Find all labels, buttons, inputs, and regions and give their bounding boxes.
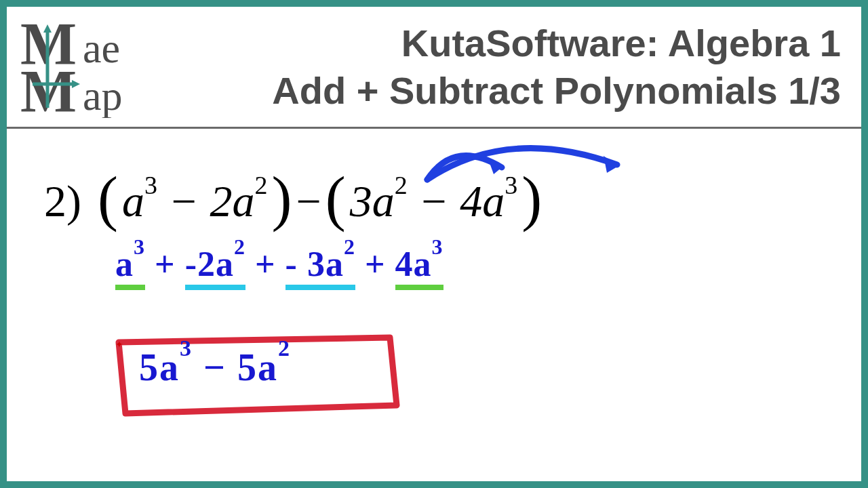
- title: KutaSoftware: Algebra 1 Add + Subtract P…: [176, 7, 861, 127]
- logo-text-2: ap: [83, 73, 123, 118]
- term-4a3: 4a3: [395, 245, 443, 290]
- cursor-icon: ✦: [115, 339, 123, 350]
- close-paren-2: ): [521, 163, 542, 233]
- content-area: 2) ( a3 − 2a2 ) − ( 3a2 − 4a3 ) a3 + -2a…: [7, 129, 861, 479]
- logo: M M ae ap: [7, 7, 176, 127]
- answer-text: 5a3 − 5a2: [139, 346, 291, 389]
- video-frame: M M ae ap KutaSoftware: Algebra 1 Add + …: [0, 0, 868, 488]
- expr-b: 3a2 − 4a3: [350, 176, 518, 227]
- open-paren-2: (: [326, 163, 346, 233]
- term-a3: a3: [115, 245, 145, 290]
- slide: M M ae ap KutaSoftware: Algebra 1 Add + …: [0, 0, 868, 488]
- title-line-2: Add + Subtract Polynomials 1/3: [272, 67, 841, 115]
- problem-line: 2) ( a3 − 2a2 ) − ( 3a2 − 4a3 ): [44, 166, 542, 236]
- term-neg2a2: -2a2: [185, 245, 245, 290]
- expr-a: a3 − 2a2: [122, 176, 268, 227]
- open-paren-1: (: [98, 163, 118, 233]
- problem-number: 2): [44, 176, 81, 227]
- term-neg3a2: - 3a2: [285, 245, 355, 290]
- logo-text-1: ae: [83, 25, 120, 71]
- work-line: a3 + -2a2 + - 3a2 + 4a3: [115, 244, 443, 284]
- title-line-1: KutaSoftware: Algebra 1: [401, 20, 841, 67]
- minus-op: −: [296, 176, 321, 227]
- header: M M ae ap KutaSoftware: Algebra 1 Add + …: [7, 7, 861, 129]
- answer-box: 5a3 − 5a2: [112, 332, 403, 413]
- close-paren-1: ): [272, 163, 292, 233]
- maemap-logo-icon: M M ae ap: [20, 16, 163, 118]
